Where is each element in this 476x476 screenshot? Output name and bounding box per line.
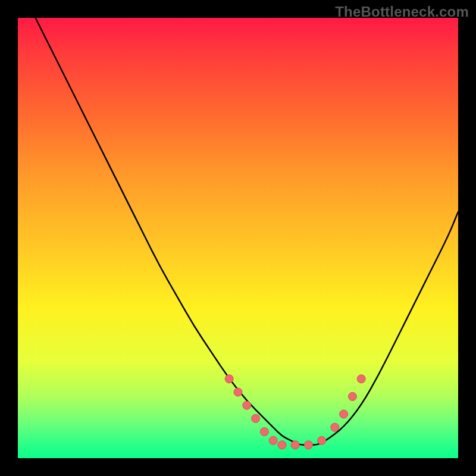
chart-marker (225, 375, 233, 383)
chart-curve (36, 18, 458, 445)
chart-marker (304, 441, 312, 449)
watermark-text: TheBottleneck.com (335, 4, 469, 20)
chart-marker (260, 428, 268, 436)
chart-marker (331, 423, 339, 431)
chart-svg (18, 18, 458, 458)
chart-marker (357, 375, 365, 383)
chart-marker (318, 436, 326, 444)
chart-marker (243, 401, 251, 409)
chart-marker (348, 392, 356, 400)
chart-frame: TheBottleneck.com (0, 0, 476, 476)
chart-marker (291, 441, 299, 449)
chart-marker (278, 441, 286, 449)
chart-markers (225, 375, 365, 449)
chart-marker (234, 388, 242, 396)
chart-marker (252, 414, 260, 422)
chart-plot-area (18, 18, 458, 458)
chart-marker (340, 410, 348, 418)
chart-marker (269, 436, 277, 444)
